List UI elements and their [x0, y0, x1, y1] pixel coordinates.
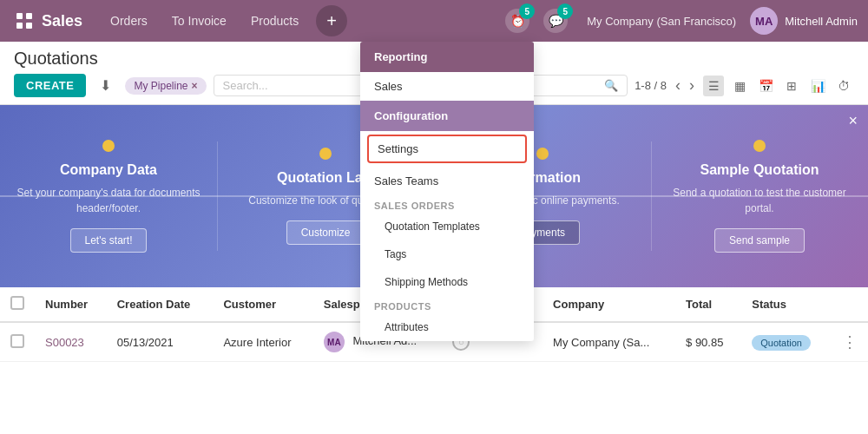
svg-rect-2: [16, 23, 23, 29]
banner-card-company-title: Company Data: [60, 162, 157, 178]
search-icon: 🔍: [604, 79, 618, 92]
banner-card-sample-title: Sample Quotation: [700, 162, 819, 178]
row-kebab-cell: ⋮: [832, 322, 868, 362]
clock-notification[interactable]: ⏰ 5: [505, 9, 529, 33]
download-button[interactable]: ⬇: [93, 74, 118, 97]
row-customer: Azure Interior: [213, 322, 312, 362]
banner-card-sample-desc: Send a quotation to test the customer po…: [665, 185, 854, 216]
company-name[interactable]: My Company (San Francisco): [587, 15, 736, 28]
nav-to-invoice[interactable]: To Invoice: [161, 9, 237, 33]
banner-card-sample: Sample Quotation Send a quotation to tes…: [651, 105, 868, 287]
dropdown-tags[interactable]: Tags: [360, 240, 534, 268]
svg-rect-0: [16, 13, 23, 19]
svg-rect-1: [26, 13, 32, 19]
configuration-header: Configuration: [360, 101, 534, 131]
user-menu[interactable]: MA Mitchell Admin: [750, 7, 858, 35]
salesperson-avatar: MA: [324, 332, 345, 352]
dropdown-sales-teams[interactable]: Sales Teams: [360, 167, 534, 195]
row-status: Quotation: [741, 322, 832, 362]
col-customer[interactable]: Customer: [213, 287, 312, 322]
create-button[interactable]: CREATE: [14, 74, 86, 97]
select-all-checkbox[interactable]: [10, 296, 24, 310]
row-creation-date: 05/13/2021: [107, 322, 214, 362]
clock-view-button[interactable]: ⏱: [833, 76, 854, 96]
page-title: Quotations: [14, 49, 98, 69]
reporting-header: Reporting: [360, 42, 534, 72]
row-number[interactable]: S00023: [35, 322, 107, 362]
col-kebab: [832, 287, 868, 322]
dropdown-settings[interactable]: Settings: [367, 135, 527, 163]
clock-badge: 5: [519, 3, 535, 19]
plus-dropdown-menu: Reporting Sales Configuration Settings S…: [360, 42, 534, 341]
view-icons: ☰ ▦ 📅 ⊞ 📊 ⏱: [703, 76, 854, 96]
col-number[interactable]: Number: [35, 287, 107, 322]
header-right: 1-8 / 8 ‹ › ☰ ▦ 📅 ⊞ 📊 ⏱: [635, 76, 854, 96]
row-kebab-menu[interactable]: ⋮: [842, 333, 858, 351]
chat-notification[interactable]: 💬 5: [543, 9, 568, 33]
banner-card-company: Company Data Set your company's data for…: [0, 105, 217, 287]
col-company[interactable]: Company: [542, 287, 675, 322]
col-status[interactable]: Status: [741, 287, 832, 322]
row-checkbox[interactable]: [10, 334, 24, 348]
banner-card-company-desc: Set your company's data for documents he…: [14, 185, 203, 216]
sales-orders-label: Sales Orders: [360, 195, 534, 213]
banner-card-company-btn[interactable]: Let's start!: [70, 228, 148, 253]
banner-dot-2: [319, 148, 332, 160]
dropdown-quotation-templates[interactable]: Quotation Templates: [360, 213, 534, 240]
banner-dot-1: [102, 140, 115, 152]
banner-close-button[interactable]: ×: [848, 112, 858, 130]
calendar-view-button[interactable]: 📅: [755, 76, 776, 96]
user-name: Mitchell Admin: [785, 15, 858, 28]
products-label: Products: [360, 296, 534, 313]
avatar: MA: [750, 7, 778, 35]
row-total: $ 90.85: [675, 322, 741, 362]
col-checkbox: [0, 287, 35, 322]
filter-tag-label: My Pipeline: [134, 80, 187, 92]
dropdown-attributes[interactable]: Attributes: [360, 313, 534, 341]
filter-remove-button[interactable]: ×: [192, 80, 198, 92]
pagination-text: 1-8 / 8: [635, 79, 667, 92]
banner-card-layout-btn[interactable]: Customize: [286, 220, 365, 245]
list-view-button[interactable]: ☰: [703, 76, 724, 96]
kanban-view-button[interactable]: ▦: [729, 76, 750, 96]
top-nav: Sales Orders To Invoice Products + ⏰ 5 💬…: [0, 0, 868, 42]
filter-tag: My Pipeline ×: [125, 77, 206, 95]
banner-dot-3: [536, 148, 549, 160]
nav-orders[interactable]: Orders: [100, 9, 158, 33]
pivot-view-button[interactable]: ⊞: [781, 76, 802, 96]
app-grid-icon[interactable]: [10, 7, 38, 35]
row-checkbox-cell: [0, 322, 35, 362]
banner-card-sample-btn[interactable]: Send sample: [714, 228, 805, 253]
dropdown-shipping-methods[interactable]: Shipping Methods: [360, 268, 534, 296]
nav-products[interactable]: Products: [240, 9, 309, 33]
banner-dot-4: [753, 140, 766, 152]
col-creation-date[interactable]: Creation Date: [107, 287, 214, 322]
dropdown-sales[interactable]: Sales: [360, 72, 534, 101]
svg-rect-3: [26, 23, 32, 29]
chat-badge: 5: [557, 3, 573, 19]
next-page-button[interactable]: ›: [689, 76, 694, 95]
app-title: Sales: [42, 12, 82, 30]
row-company: My Company (Sa...: [542, 322, 675, 362]
status-badge: Quotation: [752, 335, 811, 351]
search-placeholder: Search...: [223, 79, 268, 92]
nav-plus-button[interactable]: +: [316, 5, 347, 36]
graph-view-button[interactable]: 📊: [807, 76, 828, 96]
col-total[interactable]: Total: [675, 287, 741, 322]
prev-page-button[interactable]: ‹: [675, 76, 681, 95]
